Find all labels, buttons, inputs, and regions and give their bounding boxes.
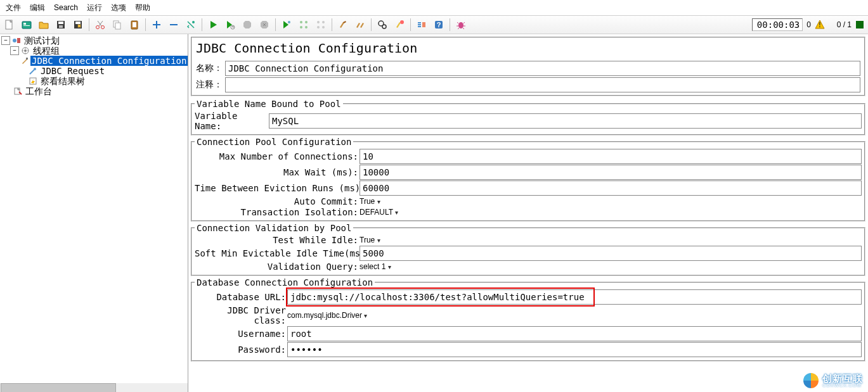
menu-options[interactable]: 选项	[108, 2, 129, 14]
fieldset-db-conf: Database Connection Configuration Databa…	[191, 277, 865, 362]
svg-rect-29	[418, 22, 421, 23]
svg-point-15	[192, 21, 195, 23]
remote-start-icon[interactable]	[278, 16, 295, 33]
tree-toggle-icon[interactable]: −	[1, 36, 10, 45]
db-url-label: Database URL:	[195, 292, 287, 302]
test-idle-label: Test While Idle:	[195, 235, 360, 245]
svg-point-24	[317, 26, 320, 28]
separator	[332, 18, 332, 31]
tree-horizontal-scrollbar[interactable]	[0, 383, 188, 392]
thread-indicator-icon	[855, 20, 864, 29]
svg-rect-8	[75, 22, 81, 24]
reset-search-icon[interactable]	[391, 16, 408, 33]
menu-file[interactable]: 文件	[3, 2, 24, 14]
chevron-down-icon: ▾	[377, 237, 380, 244]
tree-workbench[interactable]: 工作台	[1, 86, 188, 96]
shutdown-icon[interactable]	[256, 16, 273, 33]
menu-search[interactable]: Search	[51, 3, 81, 13]
chevron-down-icon: ▾	[377, 198, 380, 205]
cut-icon[interactable]	[92, 16, 108, 33]
var-name-input[interactable]	[269, 113, 862, 129]
tree-threadgroup[interactable]: − 线程组	[1, 46, 188, 56]
remote-stop-all-icon[interactable]	[313, 16, 329, 33]
testplan-icon	[11, 35, 22, 46]
expand-icon[interactable]	[148, 16, 165, 33]
test-idle-select[interactable]: True ▾	[360, 236, 862, 244]
save-icon[interactable]	[53, 16, 69, 33]
max-wait-input[interactable]	[360, 165, 862, 180]
help-icon[interactable]: ?	[431, 16, 447, 33]
legend-variable-pool: Variable Name Bound to Pool	[195, 99, 343, 109]
clear-icon[interactable]	[335, 16, 351, 33]
comment-label: 注释：	[196, 79, 225, 91]
soft-min-label: Soft Min Evictable Idle Time(ms):	[195, 248, 360, 258]
menu-edit[interactable]: 编辑	[27, 2, 48, 14]
eviction-input[interactable]	[360, 180, 862, 196]
fieldset-variable-pool: Variable Name Bound to Pool Variable Nam…	[191, 99, 865, 136]
var-name-label: Variable Name:	[195, 111, 269, 131]
username-input[interactable]	[287, 326, 862, 341]
copy-icon[interactable]	[109, 16, 126, 33]
save-as-icon[interactable]	[70, 16, 86, 33]
tx-iso-select[interactable]: DEFAULT ▾	[360, 208, 862, 217]
menu-help[interactable]: 帮助	[132, 2, 153, 14]
function-helper-icon[interactable]	[413, 16, 430, 33]
svg-rect-6	[59, 25, 63, 28]
password-input[interactable]	[287, 342, 862, 357]
val-query-label: Validation Query:	[195, 262, 360, 272]
driver-select[interactable]: com.mysql.jdbc.Driver ▾	[287, 311, 862, 320]
tree-item-jdbc-request[interactable]: JDBC Request	[1, 66, 188, 76]
toggle-icon[interactable]	[183, 16, 199, 33]
start-no-timers-icon[interactable]	[222, 16, 238, 33]
new-file-icon[interactable]	[1, 16, 18, 33]
templates-icon[interactable]	[18, 16, 35, 33]
db-url-input[interactable]	[287, 289, 862, 305]
svg-rect-12	[115, 23, 120, 29]
svg-rect-42	[26, 58, 28, 60]
svg-point-17	[288, 21, 290, 23]
separator	[275, 18, 276, 31]
tree-item-results-tree[interactable]: 察看结果树	[1, 76, 188, 86]
start-icon[interactable]	[205, 16, 221, 33]
max-wait-label: Max Wait (ms):	[195, 167, 360, 177]
eviction-label: Time Between Eviction Runs (ms):	[195, 183, 360, 193]
bug-icon[interactable]	[453, 16, 469, 33]
tree-item-jdbc-config[interactable]: JDBC Connection Configuration	[1, 56, 188, 66]
status-bar-right: 00:00:03 0 ! 0 / 1	[752, 18, 867, 31]
svg-point-38	[13, 39, 16, 42]
legend-db-conf: Database Connection Configuration	[195, 277, 375, 288]
tx-iso-label: Transaction Isolation:	[195, 207, 360, 217]
remote-start-all-icon[interactable]	[295, 16, 312, 33]
sampler-icon	[28, 66, 38, 76]
chevron-down-icon: ▾	[364, 312, 367, 319]
collapse-icon[interactable]	[165, 16, 182, 33]
clear-all-icon[interactable]	[352, 16, 368, 33]
svg-rect-3	[23, 25, 30, 26]
svg-rect-2	[23, 23, 26, 25]
threadgroup-icon	[20, 46, 30, 56]
separator	[410, 18, 411, 31]
svg-rect-1	[22, 22, 31, 28]
tree-root-testplan[interactable]: − 测试计划	[1, 35, 188, 46]
svg-point-9	[96, 26, 100, 29]
name-label: 名称：	[196, 63, 225, 74]
warn-icon[interactable]: !	[815, 20, 825, 30]
name-input[interactable]	[225, 61, 860, 76]
max-conn-input[interactable]	[360, 149, 862, 164]
menu-run[interactable]: 运行	[84, 2, 105, 14]
paste-icon[interactable]	[126, 16, 143, 33]
tree-toggle-icon[interactable]: −	[10, 46, 19, 55]
val-query-select[interactable]: select 1 ▾	[360, 262, 862, 271]
svg-point-19	[305, 21, 308, 23]
soft-min-input[interactable]	[360, 246, 862, 261]
open-folder-icon[interactable]	[36, 16, 52, 33]
svg-point-22	[317, 21, 320, 23]
comment-input[interactable]	[225, 77, 860, 92]
auto-commit-label: Auto Commit:	[195, 196, 360, 206]
stop-icon[interactable]	[239, 16, 256, 33]
svg-point-23	[322, 21, 325, 23]
warn-count: 0	[806, 20, 811, 29]
auto-commit-select[interactable]: True ▾	[360, 197, 862, 206]
svg-text:!: !	[819, 22, 820, 28]
search-icon[interactable]	[374, 16, 391, 33]
